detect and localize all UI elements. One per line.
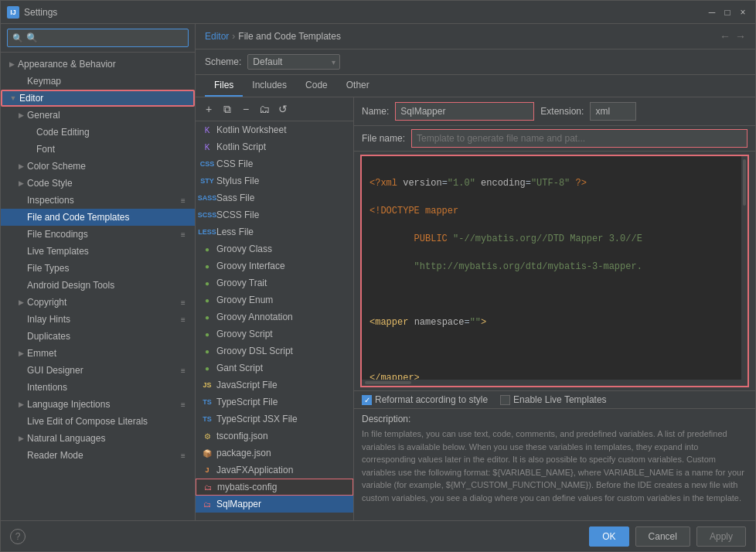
list-item-sql-mapper[interactable]: 🗂 SqlMapper xyxy=(196,496,353,513)
sidebar-item-label: Code Editing xyxy=(36,127,90,138)
sidebar-item-file-and-code-templates[interactable]: File and Code Templates xyxy=(1,209,195,226)
sidebar-item-file-encodings[interactable]: File Encodings ≡ xyxy=(1,226,195,243)
bottom-bar: ? OK Cancel Apply xyxy=(1,520,755,551)
list-item[interactable]: ● Groovy Class xyxy=(196,240,353,257)
arrow-icon xyxy=(16,315,26,324)
sidebar-item-font[interactable]: Font xyxy=(1,141,195,158)
file-item-name: Kotlin Script xyxy=(216,141,266,152)
sidebar-item-inspections[interactable]: Inspections ≡ xyxy=(1,192,195,209)
remove-template-button[interactable]: − xyxy=(237,101,254,118)
search-bar: 🔍 xyxy=(1,24,195,53)
list-item[interactable]: K Kotlin Worksheet xyxy=(196,121,353,138)
maximize-button[interactable]: □ xyxy=(721,6,734,19)
list-item[interactable]: TS TypeScript File xyxy=(196,394,353,411)
minimize-button[interactable]: ─ xyxy=(706,6,718,19)
arrow-icon: ▶ xyxy=(16,434,26,443)
sidebar-item-code-editing[interactable]: Code Editing xyxy=(1,124,195,141)
list-item[interactable]: 📦 package.json xyxy=(196,445,353,462)
list-item[interactable]: ● Groovy Annotation xyxy=(196,308,353,325)
indicator-icon: ≡ xyxy=(178,399,189,410)
reformat-checkbox-wrap[interactable]: ✓ Reformat according to style xyxy=(362,394,488,405)
apply-button[interactable]: Apply xyxy=(696,526,746,547)
list-item[interactable]: J JavaFXApplication xyxy=(196,462,353,479)
indicator-icon: ≡ xyxy=(178,229,189,240)
sidebar-item-language-injections[interactable]: ▶ Language Injections ≡ xyxy=(1,396,195,413)
sidebar-item-keymap[interactable]: Keymap xyxy=(1,73,195,90)
help-button[interactable]: ? xyxy=(10,529,26,544)
sidebar-item-color-scheme[interactable]: ▶ Color Scheme xyxy=(1,158,195,175)
vertical-scrollbar[interactable] xyxy=(741,156,747,386)
tab-code[interactable]: Code xyxy=(296,75,337,97)
reformat-checkbox[interactable]: ✓ xyxy=(362,395,372,405)
breadcrumb-current: File and Code Templates xyxy=(238,31,341,42)
list-item[interactable]: ● Groovy Interface xyxy=(196,257,353,274)
right-header: Editor › File and Code Templates ← → xyxy=(196,24,755,49)
breadcrumb-parent[interactable]: Editor xyxy=(205,31,229,42)
name-input[interactable] xyxy=(395,102,534,121)
list-item[interactable]: LESS Less File xyxy=(196,223,353,240)
editor-panel: Name: Extension: File name: <?xml versio… xyxy=(354,97,755,520)
sidebar-item-general[interactable]: ▶ General xyxy=(1,107,195,124)
sidebar-item-live-templates[interactable]: Live Templates xyxy=(1,243,195,260)
reset-template-button[interactable]: ↺ xyxy=(274,101,291,118)
filename-input[interactable] xyxy=(411,129,747,148)
sidebar-item-code-style[interactable]: ▶ Code Style xyxy=(1,175,195,192)
file-item-name: Stylus File xyxy=(216,175,259,186)
nav-back-button[interactable]: ← xyxy=(720,30,730,43)
sidebar-item-android-design-tools[interactable]: Android Design Tools xyxy=(1,277,195,294)
search-input-wrap[interactable]: 🔍 xyxy=(7,29,189,47)
file-item-name: JavaScript File xyxy=(216,380,278,390)
sidebar-item-inlay-hints[interactable]: Inlay Hints ≡ xyxy=(1,311,195,328)
sidebar-item-appearance[interactable]: ▶ Appearance & Behavior xyxy=(1,56,195,73)
restore-template-button[interactable]: 🗂 xyxy=(256,101,273,118)
sidebar: 🔍 ▶ Appearance & Behavior Keymap ▼ xyxy=(1,24,196,520)
sidebar-item-live-edit[interactable]: Live Edit of Compose Literals xyxy=(1,413,195,430)
list-item[interactable]: ● Groovy Enum xyxy=(196,291,353,308)
list-item[interactable]: CSS CSS File xyxy=(196,155,353,172)
list-item[interactable]: ● Gant Script xyxy=(196,359,353,377)
javafx-icon: J xyxy=(202,465,213,475)
sidebar-item-file-types[interactable]: File Types xyxy=(1,260,195,277)
list-item-mybatis-config[interactable]: 🗂 mybatis-config xyxy=(196,479,353,496)
indicator-icon: ≡ xyxy=(178,297,189,308)
sidebar-item-intentions[interactable]: Intentions xyxy=(1,379,195,396)
nav-forward-button[interactable]: → xyxy=(735,30,746,43)
horizontal-scrollbar[interactable] xyxy=(362,380,741,386)
tab-includes[interactable]: Includes xyxy=(243,75,296,97)
close-button[interactable]: × xyxy=(737,6,749,19)
cancel-button[interactable]: Cancel xyxy=(635,526,690,547)
list-item[interactable]: TS TypeScript JSX File xyxy=(196,411,353,428)
file-item-name: Gant Script xyxy=(216,363,263,373)
sidebar-item-label: Editor xyxy=(19,93,43,104)
sidebar-item-copyright[interactable]: ▶ Copyright ≡ xyxy=(1,294,195,311)
extension-input[interactable] xyxy=(590,102,636,121)
list-item[interactable]: JS JavaScript File xyxy=(196,377,353,394)
sidebar-item-natural-languages[interactable]: ▶ Natural Languages xyxy=(1,430,195,447)
tab-files[interactable]: Files xyxy=(205,75,243,97)
scheme-select[interactable]: Default Project xyxy=(247,54,340,70)
live-templates-checkbox-wrap[interactable]: Enable Live Templates xyxy=(500,394,607,405)
sidebar-item-duplicates[interactable]: Duplicates xyxy=(1,328,195,345)
sidebar-item-editor[interactable]: ▼ Editor xyxy=(1,90,195,107)
file-item-name: Groovy Interface xyxy=(216,261,285,271)
list-item[interactable]: K Kotlin Script xyxy=(196,138,353,155)
list-item[interactable]: SASS Sass File xyxy=(196,189,353,206)
list-item[interactable]: SCSS SCSS File xyxy=(196,206,353,223)
code-editor[interactable]: <?xml version="1.0" encoding="UTF-8" ?> … xyxy=(360,155,749,387)
sidebar-item-reader-mode[interactable]: Reader Mode ≡ xyxy=(1,447,195,464)
sidebar-item-emmet[interactable]: ▶ Emmet xyxy=(1,345,195,362)
live-templates-checkbox[interactable] xyxy=(500,395,510,405)
ok-button[interactable]: OK xyxy=(589,526,628,547)
search-input[interactable] xyxy=(26,32,183,43)
copy-template-button[interactable]: ⧉ xyxy=(219,101,236,118)
sidebar-item-label: Inlay Hints xyxy=(27,314,70,325)
list-item[interactable]: ● Groovy DSL Script xyxy=(196,342,353,359)
file-item-name: Groovy Class xyxy=(216,244,272,254)
tab-other[interactable]: Other xyxy=(337,75,379,97)
list-item[interactable]: ⚙ tsconfig.json xyxy=(196,428,353,445)
list-item[interactable]: ● Groovy Script xyxy=(196,325,353,342)
list-item[interactable]: ● Groovy Trait xyxy=(196,274,353,291)
add-template-button[interactable]: + xyxy=(200,101,217,118)
list-item[interactable]: STY Stylus File xyxy=(196,172,353,189)
sidebar-item-gui-designer[interactable]: GUI Designer ≡ xyxy=(1,362,195,379)
